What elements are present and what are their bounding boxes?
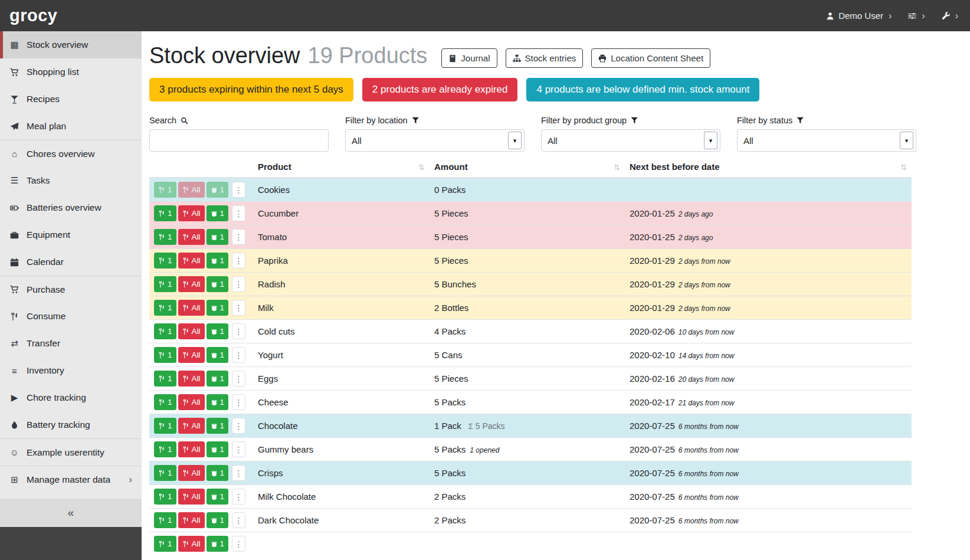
open-one-button[interactable]: 1 — [207, 418, 229, 434]
consume-all-button[interactable]: All — [178, 512, 205, 528]
sidebar-item-example-userentity[interactable]: ☺Example userentity — [0, 438, 142, 466]
consume-one-button[interactable]: 1 — [154, 394, 176, 410]
consume-all-button[interactable]: All — [178, 347, 205, 363]
consume-one-button[interactable]: 1 — [154, 323, 176, 339]
sidebar-item-purchase[interactable]: Purchase — [0, 276, 142, 303]
row-menu-button[interactable]: ⋮ — [232, 394, 245, 410]
sidebar-item-meal-plan[interactable]: Meal plan — [0, 113, 142, 140]
settings-menu[interactable]: › — [908, 11, 925, 21]
consume-all-button[interactable]: All — [178, 276, 205, 292]
consume-one-button[interactable]: 1 — [154, 300, 176, 316]
row-menu-button[interactable]: ⋮ — [232, 229, 245, 245]
sidebar-item-tasks[interactable]: ☰Tasks — [0, 167, 142, 194]
open-one-button[interactable]: 1 — [207, 323, 229, 339]
row-menu-button[interactable]: ⋮ — [232, 512, 245, 528]
consume-one-button[interactable]: 1 — [154, 465, 176, 481]
sidebar-item-inventory[interactable]: ≡Inventory — [0, 357, 142, 384]
sidebar-collapse-button[interactable]: « — [0, 499, 142, 527]
consume-one-button[interactable]: 1 — [154, 347, 176, 363]
sidebar-item-shopping-list[interactable]: Shopping list — [0, 58, 142, 86]
product-group-select[interactable]: All ▾ — [541, 129, 720, 152]
open-one-button[interactable]: 1 — [207, 347, 229, 363]
consume-one-button[interactable]: 1 — [154, 229, 176, 245]
consume-one-button[interactable]: 1 — [154, 182, 176, 198]
status-select[interactable]: All ▾ — [737, 129, 916, 152]
consume-one-button[interactable]: 1 — [154, 418, 176, 434]
sidebar-item-batteries-overview[interactable]: Batteries overview — [0, 194, 142, 221]
sidebar-item-battery-tracking[interactable]: Battery tracking — [0, 411, 142, 438]
consume-all-button[interactable]: All — [178, 394, 205, 410]
sidebar-item-calendar[interactable]: Calendar — [0, 248, 142, 276]
open-one-button[interactable]: 1 — [207, 276, 229, 292]
sidebar-item-manage-master-data[interactable]: ⊞Manage master data› — [0, 466, 142, 493]
row-menu-button[interactable]: ⋮ — [232, 465, 245, 481]
open-one-button[interactable]: 1 — [207, 205, 229, 221]
row-menu-button[interactable]: ⋮ — [232, 300, 245, 316]
row-menu-button[interactable]: ⋮ — [232, 441, 245, 457]
open-one-button[interactable]: 1 — [207, 182, 229, 198]
location-content-sheet-button[interactable]: Location Content Sheet — [591, 48, 710, 68]
location-select[interactable]: All ▾ — [345, 129, 525, 152]
open-one-button[interactable]: 1 — [207, 300, 229, 316]
consume-all-button[interactable]: All — [178, 253, 205, 268]
location-select-value: All — [346, 136, 506, 146]
best-before-column-header[interactable]: Next best before date ⇅ — [625, 159, 912, 178]
sidebar-item-equipment[interactable]: Equipment — [0, 221, 142, 248]
row-menu-button[interactable]: ⋮ — [232, 418, 245, 434]
admin-menu[interactable]: › — [942, 11, 958, 21]
row-menu-button[interactable]: ⋮ — [232, 347, 245, 363]
consume-one-button[interactable]: 1 — [154, 512, 176, 528]
expiring-banner[interactable]: 3 products expiring within the next 5 da… — [149, 78, 353, 101]
consume-all-button[interactable]: All — [178, 465, 205, 481]
consume-all-button[interactable]: All — [178, 441, 205, 457]
consume-one-button[interactable]: 1 — [154, 205, 176, 221]
consume-one-button[interactable]: 1 — [154, 371, 176, 387]
consume-all-button[interactable]: All — [178, 536, 205, 552]
consume-one-button[interactable]: 1 — [154, 276, 176, 292]
sidebar-item-transfer[interactable]: ⇄Transfer — [0, 330, 142, 357]
row-menu-button[interactable]: ⋮ — [232, 371, 245, 387]
open-one-button[interactable]: 1 — [207, 394, 229, 410]
amount-column-header[interactable]: Amount ⇅ — [430, 159, 625, 178]
below-min-stock-banner[interactable]: 4 products are below defined min. stock … — [526, 78, 759, 101]
open-one-button[interactable]: 1 — [207, 465, 229, 481]
consume-all-button[interactable]: All — [178, 205, 205, 221]
consume-one-button[interactable]: 1 — [154, 536, 176, 552]
consume-all-button[interactable]: All — [178, 323, 205, 339]
open-one-button[interactable]: 1 — [207, 489, 229, 505]
row-menu-button[interactable]: ⋮ — [232, 276, 245, 292]
row-menu-button[interactable]: ⋮ — [232, 323, 245, 339]
search-input[interactable] — [149, 129, 329, 152]
sidebar-item-chore-tracking[interactable]: ▶Chore tracking — [0, 384, 142, 411]
sidebar-item-consume[interactable]: Consume — [0, 303, 142, 330]
open-one-button[interactable]: 1 — [207, 512, 229, 528]
consume-one-button[interactable]: 1 — [154, 441, 176, 457]
journal-button[interactable]: Journal — [441, 48, 497, 68]
sidebar-item-chores-overview[interactable]: ⌂Chores overview — [0, 140, 142, 167]
sidebar-item-stock-overview[interactable]: ▦Stock overview — [0, 31, 142, 58]
consume-all-button[interactable]: All — [178, 229, 205, 245]
stock-entries-button[interactable]: Stock entries — [506, 48, 584, 68]
consume-one-button[interactable]: 1 — [154, 489, 176, 505]
open-one-button[interactable]: 1 — [207, 371, 229, 387]
consume-all-button[interactable]: All — [178, 371, 205, 387]
row-menu-button[interactable]: ⋮ — [232, 489, 245, 505]
row-menu-button[interactable]: ⋮ — [232, 205, 245, 221]
app-logo[interactable]: grocy — [9, 6, 57, 25]
consume-all-button[interactable]: All — [178, 300, 205, 316]
open-one-button[interactable]: 1 — [207, 229, 229, 245]
consume-all-button[interactable]: All — [178, 182, 205, 198]
product-column-header[interactable]: Product ⇅ — [253, 159, 430, 178]
row-menu-button[interactable]: ⋮ — [232, 182, 245, 198]
user-menu[interactable]: Demo User › — [826, 11, 892, 21]
expired-banner[interactable]: 2 products are already expired — [362, 78, 518, 101]
consume-one-button[interactable]: 1 — [154, 253, 176, 268]
row-menu-button[interactable]: ⋮ — [232, 536, 245, 552]
consume-all-button[interactable]: All — [178, 418, 205, 434]
open-one-button[interactable]: 1 — [207, 441, 229, 457]
open-one-button[interactable]: 1 — [207, 253, 229, 268]
row-menu-button[interactable]: ⋮ — [232, 253, 245, 268]
consume-all-button[interactable]: All — [178, 489, 205, 505]
sidebar-item-recipes[interactable]: Recipes — [0, 86, 142, 113]
open-one-button[interactable]: 1 — [207, 536, 229, 552]
